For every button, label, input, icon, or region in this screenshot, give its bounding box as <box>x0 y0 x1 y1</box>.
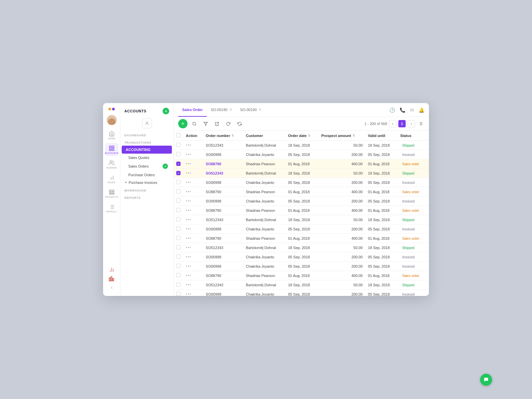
current-page[interactable]: 1 <box>398 120 406 127</box>
analytics-icon[interactable] <box>109 267 115 274</box>
row-checkbox[interactable] <box>176 208 181 212</box>
row-action[interactable]: ••• <box>183 197 203 206</box>
pagination-prev-button[interactable]: ‹ <box>389 120 396 127</box>
row-action[interactable]: ••• <box>183 280 203 290</box>
purchase-invoices-toggle[interactable]: ▼ Purchase Invoices <box>122 179 173 186</box>
action-dots[interactable]: ••• <box>186 199 192 203</box>
th-prospect-amount[interactable]: Prospect amount⇅ <box>319 131 365 141</box>
pagination-next-button[interactable]: › <box>408 120 415 127</box>
sidebar-item-home[interactable]: HOME <box>105 128 118 142</box>
tab-sales-order[interactable]: Sales Order <box>178 103 207 117</box>
row-checkbox[interactable] <box>176 152 181 156</box>
row-checkbox-cell[interactable] <box>174 252 183 262</box>
tab-so-00190-1[interactable]: SO-00190 ✕ <box>207 103 236 117</box>
add-record-button[interactable]: + <box>178 119 188 128</box>
chat-fab-button[interactable] <box>480 374 492 386</box>
table-row[interactable]: ••• SO512343 Bartoloměj Dohnal 18 Sep, 2… <box>174 280 429 290</box>
th-order-number[interactable]: Order number⇅ <box>203 131 243 141</box>
row-checkbox[interactable]: ✓ <box>176 171 181 175</box>
row-checkbox-cell[interactable] <box>174 197 183 206</box>
table-row[interactable]: ••• SO00998 Chakrika Joyanto 05 Sep, 201… <box>174 252 429 262</box>
tab-so-00190-1-close[interactable]: ✕ <box>229 108 232 111</box>
row-checkbox[interactable] <box>176 292 181 296</box>
refresh-button[interactable] <box>223 119 233 128</box>
table-row[interactable]: ••• SO88790 Shadrias Pearson 01 Aug, 201… <box>174 271 429 280</box>
action-dots[interactable]: ••• <box>186 189 192 194</box>
row-checkbox[interactable] <box>176 217 181 221</box>
sidebar-item-projects[interactable]: PROJECTS <box>105 187 118 200</box>
select-all-checkbox[interactable] <box>176 133 181 137</box>
th-order-date[interactable]: Order date⇅ <box>286 131 319 141</box>
table-row[interactable]: ••• SO512343 Bartoloměj Dohnal 18 Sep, 2… <box>174 141 429 150</box>
user-settings-icon[interactable] <box>142 118 152 128</box>
row-action[interactable]: ••• <box>183 215 203 224</box>
tab-so-00190-2-close[interactable]: ✕ <box>259 108 261 111</box>
action-dots[interactable]: ••• <box>186 236 192 241</box>
phone-icon[interactable]: 📞 <box>400 107 405 113</box>
row-checkbox-cell[interactable] <box>174 215 183 224</box>
row-checkbox[interactable] <box>176 282 181 287</box>
row-action[interactable]: ••• <box>183 252 203 262</box>
row-checkbox[interactable] <box>176 264 181 268</box>
table-row[interactable]: ••• SO00998 Chakrika Joyanto 05 Sep, 201… <box>174 178 429 187</box>
user-avatar[interactable] <box>107 115 117 125</box>
bell-icon[interactable]: 🔔 <box>419 107 424 113</box>
nav-item-sales-orders[interactable]: Sales Orders + <box>122 162 172 171</box>
action-dots[interactable]: ••• <box>186 143 192 148</box>
row-checkbox-cell[interactable]: ✓ <box>174 159 183 169</box>
clock-icon[interactable]: 🕐 <box>389 107 395 113</box>
collapse-sidebar-icon[interactable] <box>109 285 114 291</box>
action-dots[interactable]: ••• <box>186 226 192 231</box>
sync-button[interactable] <box>235 119 244 128</box>
row-checkbox[interactable] <box>176 254 181 259</box>
row-action[interactable]: ••• <box>183 159 203 169</box>
table-row[interactable]: ••• SO512343 Bartoloměj Dohnal 18 Sep, 2… <box>174 243 429 252</box>
row-action[interactable]: ••• <box>183 178 203 187</box>
table-row[interactable]: ••• SO512343 Bartoloměj Dohnal 18 Sep, 2… <box>174 215 429 224</box>
row-checkbox[interactable] <box>176 143 181 147</box>
row-checkbox-cell[interactable] <box>174 224 183 234</box>
row-action[interactable]: ••• <box>183 262 203 271</box>
row-checkbox-cell[interactable]: ✓ <box>174 169 183 178</box>
export-button[interactable] <box>212 119 221 128</box>
email-icon[interactable]: ✉ <box>410 107 414 113</box>
row-checkbox-cell[interactable] <box>174 243 183 252</box>
action-dots[interactable]: ••• <box>186 292 192 296</box>
row-action[interactable]: ••• <box>183 271 203 280</box>
action-dots[interactable]: ••• <box>186 254 192 259</box>
action-dots[interactable]: ••• <box>186 264 192 269</box>
row-checkbox-cell[interactable] <box>174 290 183 296</box>
column-toggle-button[interactable] <box>417 120 424 127</box>
table-row[interactable]: ••• SO88790 Shadrias Pearson 01 Aug, 201… <box>174 234 429 243</box>
row-checkbox[interactable] <box>176 226 181 231</box>
action-dots[interactable]: ••• <box>186 273 192 278</box>
row-action[interactable]: ••• <box>183 206 203 215</box>
row-checkbox-cell[interactable] <box>174 271 183 280</box>
row-checkbox[interactable] <box>176 273 181 277</box>
th-checkbox[interactable] <box>174 131 183 141</box>
action-dots[interactable]: ••• <box>186 208 192 213</box>
row-action[interactable]: ••• <box>183 141 203 150</box>
sidebar-item-accounts[interactable]: ACCOUNTS <box>105 143 118 156</box>
chart-icon[interactable] <box>109 276 115 283</box>
table-row[interactable]: ••• SO00998 Chakrika Joyanto 05 Sep, 201… <box>174 197 429 206</box>
row-action[interactable]: ••• <box>183 234 203 243</box>
row-checkbox[interactable] <box>176 236 181 240</box>
row-checkbox-cell[interactable] <box>174 178 183 187</box>
table-row[interactable]: ✓ ••• SO512343 Bartoloměj Dohnal 18 Sep,… <box>174 169 429 178</box>
sidebar-add-button[interactable]: + <box>163 108 169 114</box>
table-row[interactable]: ••• SO88790 Shadrias Pearson 01 Aug, 201… <box>174 187 429 197</box>
row-action[interactable]: ••• <box>183 224 203 234</box>
row-checkbox-cell[interactable] <box>174 280 183 290</box>
search-button[interactable] <box>190 119 199 128</box>
sales-orders-add-button[interactable]: + <box>163 164 168 169</box>
row-checkbox-cell[interactable] <box>174 262 183 271</box>
table-row[interactable]: ••• SO00998 Chakrika Joyanto 05 Sep, 201… <box>174 262 429 271</box>
nav-item-purchase-orders[interactable]: Purchase Orders <box>122 171 172 179</box>
row-action[interactable]: ••• <box>183 290 203 296</box>
row-checkbox-cell[interactable] <box>174 150 183 159</box>
filter-button[interactable] <box>201 119 210 128</box>
table-row[interactable]: ••• SO00998 Chakrika Joyanto 05 Sep, 201… <box>174 150 429 159</box>
row-checkbox[interactable] <box>176 189 181 194</box>
table-row[interactable]: ••• SO88790 Shadrias Pearson 01 Aug, 201… <box>174 206 429 215</box>
